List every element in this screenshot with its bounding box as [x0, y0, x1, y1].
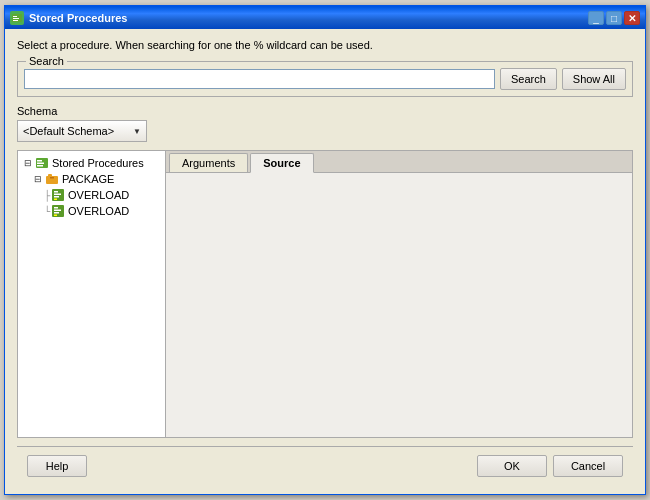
main-panel: ⊟ Stored Procedures ⊟: [17, 150, 633, 438]
svg-rect-20: [54, 215, 57, 217]
proc-icon-2: [51, 204, 65, 218]
maximize-button[interactable]: □: [606, 11, 622, 25]
right-panel: Arguments Source: [166, 151, 632, 437]
tree-item-root[interactable]: ⊟ Stored Procedures: [20, 155, 163, 171]
tree-item-package[interactable]: ⊟ PACKAGE: [20, 171, 163, 187]
window-icon: [10, 11, 24, 25]
svg-rect-19: [54, 212, 59, 214]
tree-overload2-label: OVERLOAD: [68, 205, 129, 217]
svg-rect-1: [13, 16, 17, 17]
svg-rect-6: [37, 163, 44, 165]
svg-rect-3: [13, 20, 18, 21]
schema-dropdown-arrow-icon: ▼: [133, 127, 141, 136]
expand-icon-package: ⊟: [32, 173, 44, 185]
tab-bar: Arguments Source: [166, 151, 632, 173]
schema-dropdown[interactable]: <Default Schema> ▼: [17, 120, 147, 142]
svg-rect-14: [54, 196, 59, 198]
bottom-bar: Help OK Cancel: [17, 446, 633, 484]
search-input[interactable]: [24, 69, 495, 89]
bottom-right: OK Cancel: [477, 455, 623, 477]
schema-selected-value: <Default Schema>: [23, 125, 133, 137]
tab-content: [166, 173, 632, 437]
svg-rect-10: [50, 177, 54, 179]
svg-rect-18: [54, 210, 61, 212]
close-button[interactable]: ✕: [624, 11, 640, 25]
window-title: Stored Procedures: [29, 12, 127, 24]
svg-rect-5: [37, 160, 42, 162]
tab-arguments[interactable]: Arguments: [169, 153, 248, 172]
search-group-label: Search: [26, 55, 67, 67]
schema-row: Schema <Default Schema> ▼: [17, 105, 633, 142]
show-all-button[interactable]: Show All: [562, 68, 626, 90]
window-content: Select a procedure. When searching for o…: [5, 29, 645, 494]
tree-overload1-label: OVERLOAD: [68, 189, 129, 201]
svg-rect-9: [48, 174, 52, 177]
expand-icon-root: ⊟: [22, 157, 34, 169]
tree-connector-1: ├: [44, 190, 50, 201]
ok-button[interactable]: OK: [477, 455, 547, 477]
cancel-button[interactable]: Cancel: [553, 455, 623, 477]
search-button[interactable]: Search: [500, 68, 557, 90]
title-bar-left: Stored Procedures: [10, 11, 127, 25]
tree-connector-2: └: [44, 206, 50, 217]
search-group: Search Search Show All: [17, 61, 633, 97]
help-button[interactable]: Help: [27, 455, 87, 477]
tree-root-label: Stored Procedures: [52, 157, 144, 169]
tab-source[interactable]: Source: [250, 153, 313, 173]
stored-procedures-dialog: Stored Procedures _ □ ✕ Select a procedu…: [4, 5, 646, 495]
description-text: Select a procedure. When searching for o…: [17, 39, 633, 51]
svg-rect-15: [54, 199, 57, 201]
search-row: Search Show All: [24, 68, 626, 90]
svg-rect-13: [54, 194, 61, 196]
schema-label: Schema: [17, 105, 633, 117]
svg-rect-2: [13, 18, 19, 19]
tree-panel: ⊟ Stored Procedures ⊟: [18, 151, 166, 437]
title-controls: _ □ ✕: [588, 11, 640, 25]
tree-item-overload2[interactable]: └ OVERLOAD: [20, 203, 163, 219]
svg-rect-17: [54, 207, 58, 209]
tree-item-overload1[interactable]: ├ OVERLOAD: [20, 187, 163, 203]
title-bar: Stored Procedures _ □ ✕: [5, 7, 645, 29]
package-icon: [45, 172, 59, 186]
sp-root-icon: [35, 156, 49, 170]
minimize-button[interactable]: _: [588, 11, 604, 25]
svg-rect-7: [37, 165, 43, 167]
svg-rect-12: [54, 191, 58, 193]
proc-icon-1: [51, 188, 65, 202]
bottom-left: Help: [27, 455, 87, 477]
tree-package-label: PACKAGE: [62, 173, 114, 185]
